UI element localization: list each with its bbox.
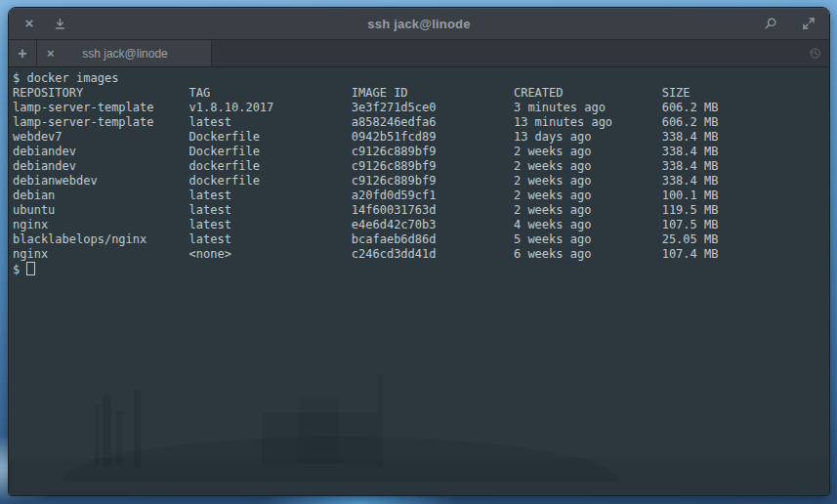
tabbar: + × ssh jack@linode: [9, 40, 829, 67]
terminal-window: × ssh jack@linode: [8, 7, 830, 496]
tab-close-icon: ×: [47, 46, 55, 61]
search-icon: [764, 17, 777, 30]
history-icon: [808, 46, 822, 61]
expand-button[interactable]: [800, 15, 817, 32]
wallpaper-silhouette: [95, 405, 100, 466]
titlebar[interactable]: × ssh jack@linode: [9, 8, 829, 40]
close-window-button[interactable]: ×: [21, 15, 38, 32]
new-tab-button[interactable]: +: [9, 40, 37, 66]
tab-close-button[interactable]: ×: [47, 46, 63, 61]
terminal-output: $ docker images REPOSITORY TAG IMAGE ID …: [13, 71, 718, 277]
tabbar-spacer: [212, 40, 800, 66]
close-icon: ×: [25, 16, 34, 30]
move-tab-into-window-button[interactable]: [51, 15, 68, 32]
tab-ssh-session[interactable]: × ssh jack@linode: [37, 40, 212, 66]
terminal-screen[interactable]: $ docker images REPOSITORY TAG IMAGE ID …: [9, 67, 829, 495]
plus-icon: +: [18, 46, 26, 62]
popin-icon: [54, 18, 66, 30]
tab-label: ssh jack@linode: [63, 47, 188, 61]
shell-prompt: $: [13, 263, 20, 276]
desktop-wallpaper: × ssh jack@linode: [0, 0, 837, 504]
search-button[interactable]: [762, 15, 779, 32]
expand-icon: [802, 17, 816, 30]
terminal-cursor: [26, 262, 35, 275]
wallpaper-silhouette: [9, 458, 829, 495]
history-button[interactable]: [800, 40, 829, 66]
wallpaper-silhouette: [103, 394, 111, 466]
window-title: ssh jack@linode: [9, 17, 829, 31]
